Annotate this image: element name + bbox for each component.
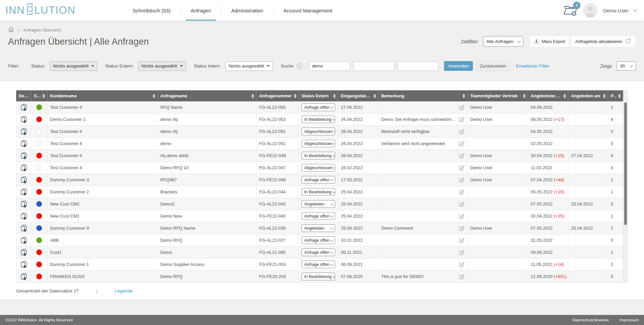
- status-extern-select[interactable]: Angeboten: [301, 200, 335, 208]
- status-extern-select[interactable]: Anfrage offen: [301, 236, 335, 244]
- status-extern-filter-dropdown[interactable]: Nichts ausgewählt: [138, 61, 186, 71]
- edit-bemerkung-icon[interactable]: [459, 189, 465, 195]
- cell-position: 0: [608, 234, 623, 246]
- status-extern-select[interactable]: In Bearbeitung: [301, 115, 335, 123]
- edit-bemerkung-icon[interactable]: [459, 153, 465, 158]
- edit-bemerkung-icon[interactable]: [459, 237, 465, 243]
- edit-bemerkung-icon[interactable]: [459, 129, 465, 134]
- sort-icon[interactable]: [294, 94, 296, 98]
- zeitfilter-select[interactable]: Alle Anfragen: [483, 36, 523, 47]
- status-extern-select[interactable]: Anfrage offen: [301, 212, 335, 220]
- column-header-eingangsdatum[interactable]: Eingangsdatum: [338, 90, 378, 101]
- edit-bemerkung-icon[interactable]: [459, 165, 465, 171]
- avatar[interactable]: [583, 3, 598, 18]
- edit-bemerkung-icon[interactable]: [459, 249, 465, 255]
- edit-bemerkung-icon[interactable]: [459, 225, 465, 231]
- sort-icon[interactable]: [523, 94, 526, 98]
- column-header-kundenname[interactable]: Kundenname: [47, 90, 158, 101]
- sort-icon[interactable]: [373, 94, 376, 98]
- pending-folder-button[interactable]: 4: [563, 4, 577, 18]
- status-extern-select[interactable]: Anfrage offen: [301, 261, 335, 268]
- status-extern-select[interactable]: In Bearbeitung: [301, 152, 335, 159]
- reset-filter-button[interactable]: Zurücksetzen: [476, 61, 510, 71]
- advanced-filter-link[interactable]: Erweiterter Filter: [516, 63, 549, 68]
- search-input-3[interactable]: [397, 61, 438, 71]
- sort-icon[interactable]: [153, 94, 155, 98]
- datenschutz-link[interactable]: Datenschutzhinweise: [572, 318, 609, 322]
- column-header-status[interactable]: Status: [31, 90, 47, 101]
- status-extern-select[interactable]: Abgeschlossen: [301, 128, 335, 135]
- status-extern-select[interactable]: Anfrage offen: [301, 176, 335, 184]
- impressum-link[interactable]: Impressum: [619, 318, 639, 322]
- details-icon[interactable]: i: [21, 225, 27, 232]
- edit-bemerkung-icon[interactable]: [459, 117, 465, 122]
- column-header-angeboten-am[interactable]: Angeboten am: [568, 90, 608, 101]
- column-header-anfragenummer[interactable]: Anfragenummer: [256, 90, 299, 101]
- scrollbar-thumb[interactable]: [624, 102, 627, 225]
- status-intern-filter-dropdown[interactable]: Nichts ausgewählt: [225, 61, 273, 71]
- status-extern-select[interactable]: Angeboten: [301, 224, 335, 232]
- details-icon[interactable]: i: [21, 200, 27, 208]
- edit-bemerkung-icon[interactable]: [459, 213, 465, 219]
- sort-icon[interactable]: [462, 94, 465, 98]
- termin-delta: (+25): [554, 153, 564, 158]
- home-icon[interactable]: [8, 27, 14, 33]
- column-header-status-extern[interactable]: Status Extern: [299, 90, 338, 101]
- details-icon[interactable]: i: [21, 273, 27, 280]
- status-extern-select[interactable]: Anfrage offen: [301, 248, 335, 256]
- sort-icon[interactable]: [618, 94, 621, 98]
- caret-down-icon: [91, 65, 94, 67]
- details-icon[interactable]: i: [21, 261, 27, 268]
- details-icon[interactable]: i: [21, 164, 27, 172]
- details-icon[interactable]: i: [21, 152, 27, 159]
- sort-icon[interactable]: [603, 94, 606, 98]
- details-icon[interactable]: i: [21, 176, 27, 184]
- status-extern-select[interactable]: Anfrage offen: [301, 103, 335, 111]
- column-header-angebotstermi[interactable]: Angebotstermi...: [528, 90, 568, 101]
- details-icon[interactable]: i: [21, 188, 27, 196]
- details-icon[interactable]: i: [21, 128, 27, 135]
- info-icon[interactable]: i: [297, 63, 302, 69]
- nav-item-schreibtisch[interactable]: Schreibtisch (53): [123, 0, 181, 21]
- status-extern-select[interactable]: Abgeschlossen: [301, 164, 335, 172]
- status-extern-select[interactable]: In Bearbeitung: [301, 273, 335, 280]
- chevron-down-icon[interactable]: [633, 8, 637, 11]
- table-scrollbar[interactable]: [623, 90, 628, 283]
- edit-bemerkung-icon[interactable]: [459, 177, 465, 183]
- nav-item-administration[interactable]: Administration: [221, 0, 273, 21]
- column-header-anfragename[interactable]: Anfragename: [158, 90, 256, 101]
- app-logo[interactable]: INNLUTION: [5, 3, 76, 18]
- sort-icon[interactable]: [563, 94, 566, 98]
- search-input-1[interactable]: [309, 61, 350, 71]
- details-icon[interactable]: i: [21, 140, 27, 147]
- nav-item-anfragen[interactable]: Anfragen: [180, 0, 221, 21]
- status-filter-dropdown[interactable]: Nichts ausgewählt: [50, 61, 98, 71]
- details-icon[interactable]: i: [21, 104, 27, 111]
- mass-export-button[interactable]: Mass Export: [529, 35, 570, 48]
- refresh-list-button[interactable]: Anfrageliste aktualisieren: [570, 35, 636, 48]
- details-icon[interactable]: i: [21, 237, 27, 244]
- status-extern-select[interactable]: In Bearbeitung: [301, 188, 335, 196]
- page-size-select[interactable]: 30: [616, 61, 636, 71]
- sort-icon[interactable]: [251, 94, 254, 98]
- details-icon[interactable]: i: [21, 213, 27, 220]
- edit-bemerkung-icon[interactable]: [459, 141, 465, 146]
- cell-angebotstermin: 04.06.2022: [528, 101, 568, 113]
- status-extern-select[interactable]: Abgeschlossen: [301, 140, 335, 147]
- edit-bemerkung-icon[interactable]: [459, 262, 465, 267]
- details-icon[interactable]: i: [21, 249, 27, 256]
- column-header-teammitglieder-vertrieb[interactable]: Teammitglieder Vertrieb: [468, 90, 528, 101]
- details-icon[interactable]: i: [21, 116, 27, 123]
- sort-icon[interactable]: [333, 94, 336, 98]
- edit-bemerkung-icon[interactable]: [459, 201, 465, 207]
- legend-link[interactable]: Legende: [115, 288, 133, 293]
- edit-bemerkung-icon[interactable]: [459, 104, 465, 110]
- sort-icon[interactable]: [42, 94, 45, 98]
- column-header-bemerkung[interactable]: Bemerkung: [378, 90, 468, 101]
- column-header-posi[interactable]: Posi...: [608, 90, 623, 101]
- search-input-2[interactable]: [353, 61, 394, 71]
- apply-filter-button[interactable]: Anwenden: [444, 61, 473, 71]
- bemerkung-text: Demo: Die Anfrage muss schnellstmög...: [381, 117, 457, 122]
- edit-bemerkung-icon[interactable]: [459, 274, 465, 279]
- nav-item-account-management[interactable]: Account Management: [273, 0, 343, 21]
